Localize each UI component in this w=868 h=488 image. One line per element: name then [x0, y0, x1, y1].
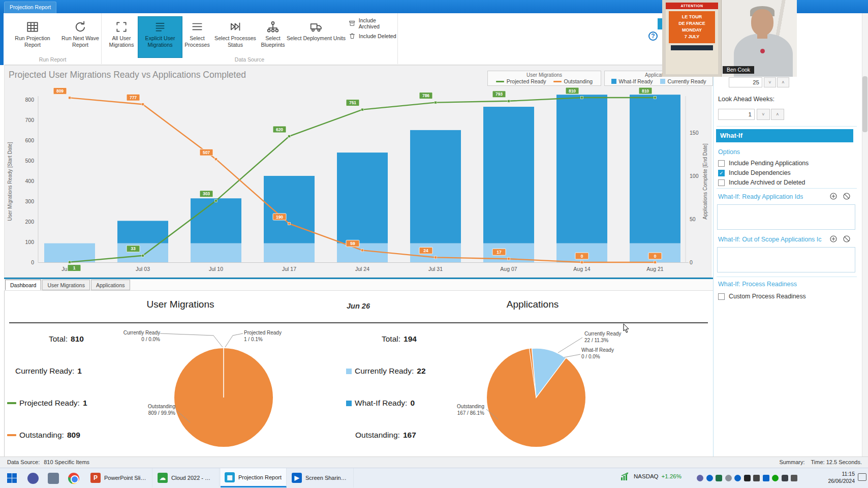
add-circle-icon[interactable] [829, 235, 838, 243]
taskbar-clock[interactable]: 11:15 26/06/2024 [819, 470, 855, 484]
svg-text:810: 810 [642, 88, 649, 94]
photos-icon[interactable] [716, 475, 722, 481]
checkbox-label: Include Archived or Deleted [729, 179, 805, 186]
ribbon-button-select-blueprints[interactable]: Select Blueprints [260, 16, 286, 58]
teams-icon[interactable] [27, 473, 39, 484]
ribbon-button-select-processes-status[interactable]: Select Processes Status [212, 16, 259, 58]
checkbox-icon[interactable]: ✓ [718, 170, 725, 176]
sidebar-scrollbar-thumb[interactable] [862, 76, 867, 132]
svg-text:Jul 24: Jul 24 [355, 266, 369, 272]
ready-app-ids-label: What-If: Ready Application Ids [718, 193, 803, 200]
add-circle-icon[interactable] [829, 192, 838, 200]
chrome-icon[interactable] [68, 473, 79, 484]
ribbon-button-label: All User Migrations [107, 35, 136, 48]
battery-icon[interactable] [753, 475, 760, 481]
clock-time: 11:15 [819, 470, 855, 477]
taskbar-app-projection-report[interactable]: ▦Projection Report [221, 468, 287, 487]
look-ahead-input[interactable] [718, 109, 755, 120]
checkbox-icon[interactable] [718, 160, 725, 167]
option-checkbox-include-dependencies[interactable]: ✓Include Dependencies [718, 169, 791, 176]
whatif-sidebar: ˅ ˄ Look Ahead Weeks: ˅ ˄ What-If Option… [713, 13, 862, 456]
ribbon-group-data-source: Data SourceAll User MigrationsExplicit U… [102, 13, 398, 64]
ribbon-button-all-user-migrations[interactable]: All User Migrations [107, 16, 136, 58]
ribbon-button-run-next-wave-report[interactable]: Run Next Wave Report [59, 16, 102, 58]
top-spinner-input[interactable] [729, 77, 762, 87]
truck-icon [309, 20, 323, 34]
volume-icon[interactable] [791, 475, 797, 481]
svg-text:Jul 10: Jul 10 [209, 266, 223, 272]
ribbon-button-run-projection-report[interactable]: Run Projection Report [9, 16, 56, 58]
top-spinner-up-icon[interactable]: ˄ [777, 77, 789, 87]
tab-user-migrations[interactable]: User Migrations [42, 280, 90, 290]
callout-label: Outstanding [433, 403, 484, 410]
svg-text:786: 786 [422, 93, 429, 98]
block-circle-icon[interactable] [843, 235, 851, 243]
out-of-scope-input[interactable] [717, 247, 855, 272]
ribbon-button-explicit-user-migrations[interactable]: Explicit User Migrations [138, 16, 182, 58]
poster-footer [671, 45, 713, 50]
taskbar-app-label: Projection Report [238, 474, 282, 480]
ribbon-button-select-processes[interactable]: Select Processes [183, 16, 211, 58]
ready-app-ids-input[interactable] [717, 204, 855, 230]
ribbon-toggle-include-archived[interactable]: Include Archived [349, 19, 397, 27]
mic-icon[interactable] [744, 475, 751, 481]
data-source-label: Data Source: [7, 459, 40, 465]
block-circle-icon[interactable] [843, 192, 851, 200]
help-icon[interactable]: ? [648, 32, 658, 41]
svg-text:0: 0 [690, 259, 693, 265]
ribbon-group-run-report: Run ReportRun Projection ReportRun Next … [4, 13, 102, 64]
cloud-icon[interactable] [725, 475, 732, 481]
option-checkbox-include-archived-or-deleted[interactable]: Include Archived or Deleted [718, 179, 805, 186]
look-ahead-up-icon[interactable]: ˄ [771, 109, 784, 120]
custom-process-readiness-checkbox[interactable]: Custom Process Readiness [718, 293, 806, 300]
svg-text:190: 190 [276, 215, 283, 220]
sidebar-divider [717, 126, 857, 127]
legend-title: User Migrations [488, 72, 601, 78]
pie-callout-outstanding: Outstanding167 / 86.1% [433, 403, 484, 416]
callout-value: 22 / 11.3% [584, 337, 641, 344]
ribbon-button-label: Select Deployment Units [287, 35, 346, 42]
svg-text:Aug 21: Aug 21 [646, 266, 663, 272]
start-button-icon[interactable] [7, 473, 17, 483]
svg-text:620: 620 [276, 127, 283, 132]
tab-dashboard[interactable]: Dashboard [5, 280, 41, 290]
top-spinner-down-icon[interactable]: ˅ [764, 77, 776, 87]
look-ahead-label: Look Ahead Weeks: [718, 96, 774, 103]
svg-text:Jul 17: Jul 17 [282, 266, 296, 272]
chart-panel: Projected User Migrations Ready vs Appli… [4, 65, 711, 278]
chat-icon[interactable] [782, 475, 788, 481]
taskbar-app-label: PowerPoint Slide S... [104, 475, 148, 481]
teams-icon[interactable] [706, 475, 713, 481]
shield-icon[interactable] [697, 475, 703, 481]
ribbon-button-select-deployment-units[interactable]: Select Deployment Units [286, 16, 346, 58]
poster-text: ATTENTION [666, 3, 718, 9]
antivirus-icon[interactable] [772, 475, 779, 481]
person-head [751, 9, 773, 36]
pie-callout-currently-ready: Currently Ready22 / 11.3% [584, 330, 641, 344]
svg-text:33: 33 [131, 246, 136, 251]
dashboard-pies [0, 292, 711, 460]
ribbon-toggle-include-deleted[interactable]: Include Deleted [349, 32, 396, 40]
taskbar-app-screen-sharing-me[interactable]: ▶Screen Sharing Me... [288, 468, 354, 487]
stock-ticker[interactable]: NASDAQ +1.26% [621, 472, 681, 481]
svg-text:Aug 14: Aug 14 [573, 266, 590, 272]
ticker-symbol: NASDAQ [634, 473, 659, 479]
whatif-header: What-If [716, 129, 853, 142]
tab-applications[interactable]: Applications [91, 280, 130, 290]
look-ahead-down-icon[interactable]: ˅ [757, 109, 770, 120]
option-checkbox-include-pending-applications[interactable]: Include Pending Applications [718, 160, 809, 167]
legend-entry-label: What-If Ready [619, 78, 653, 84]
ribbon-button-label: Select Processes [184, 35, 210, 48]
taskbar-app-powerpoint-slide-s[interactable]: PPowerPoint Slide S... [86, 468, 152, 487]
svg-text:Jul 31: Jul 31 [428, 266, 443, 272]
poster-text: MONDAY [669, 27, 715, 34]
notification-center-icon[interactable] [858, 473, 866, 481]
checkbox-icon[interactable] [718, 179, 725, 186]
onedrive-icon[interactable] [734, 475, 741, 481]
checkbox-label: Include Dependencies [729, 169, 791, 176]
checkbox-icon[interactable] [718, 293, 725, 300]
people-icon[interactable] [48, 473, 59, 484]
callout-label: Outstanding [122, 403, 175, 410]
bluetooth-icon[interactable] [763, 475, 769, 481]
taskbar-app-cloud-2022-mana[interactable]: ☁Cloud 2022 - Mana... [153, 468, 220, 487]
